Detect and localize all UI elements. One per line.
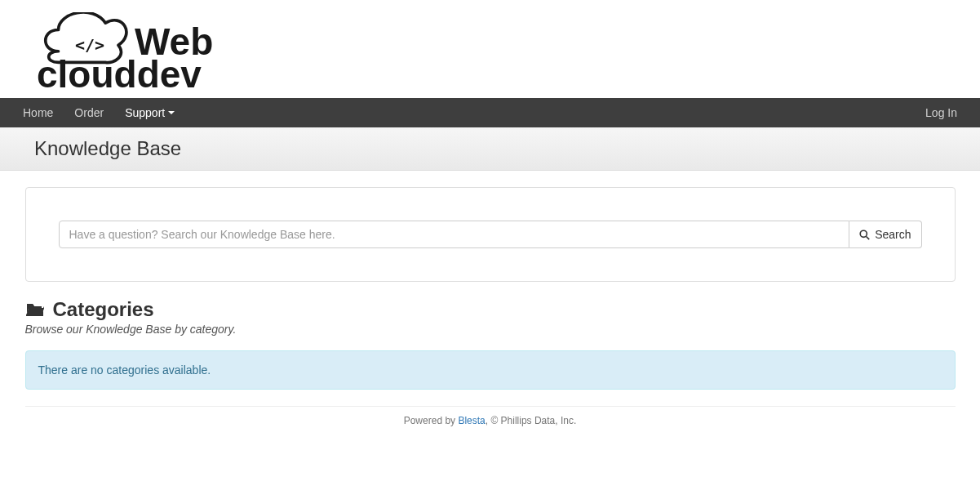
categories-subtitle: Browse our Knowledge Base by category. [25, 323, 956, 336]
folder-open-icon [25, 301, 45, 318]
empty-categories-text: There are no categories available. [38, 363, 211, 377]
page-title: Knowledge Base [34, 137, 980, 160]
footer-prefix: Powered by [404, 415, 459, 426]
footer-suffix: , © Phillips Data, Inc. [486, 415, 577, 426]
brand-logo[interactable]: </> Web clouddev [33, 12, 980, 90]
footer: Powered by Blesta, © Phillips Data, Inc. [25, 415, 956, 426]
search-input[interactable] [59, 221, 850, 248]
empty-categories-alert: There are no categories available. [25, 350, 956, 390]
nav-login[interactable]: Log In [915, 99, 968, 127]
main-navbar: Home Order Support Log In [0, 98, 980, 127]
categories-heading: Categories [25, 298, 956, 321]
brand-text-line2: clouddev [37, 53, 202, 90]
nav-support-label: Support [125, 106, 165, 119]
nav-support-dropdown[interactable]: Support [114, 99, 185, 127]
title-bar: Knowledge Base [0, 127, 980, 171]
svg-line-2 [867, 236, 870, 239]
nav-order[interactable]: Order [64, 99, 114, 127]
footer-blesta-link[interactable]: Blesta [458, 415, 485, 426]
cloud-code-logo-icon: </> Web clouddev [33, 12, 237, 90]
search-panel: Search [25, 187, 956, 282]
nav-home[interactable]: Home [12, 99, 64, 127]
caret-down-icon [168, 111, 175, 114]
search-icon [859, 230, 870, 240]
svg-point-1 [860, 230, 867, 237]
footer-divider [25, 406, 956, 407]
search-button-label: Search [875, 228, 911, 241]
header: </> Web clouddev [0, 0, 980, 98]
search-button[interactable]: Search [849, 221, 921, 248]
categories-title: Categories [53, 298, 154, 321]
svg-text:</>: </> [75, 35, 104, 55]
